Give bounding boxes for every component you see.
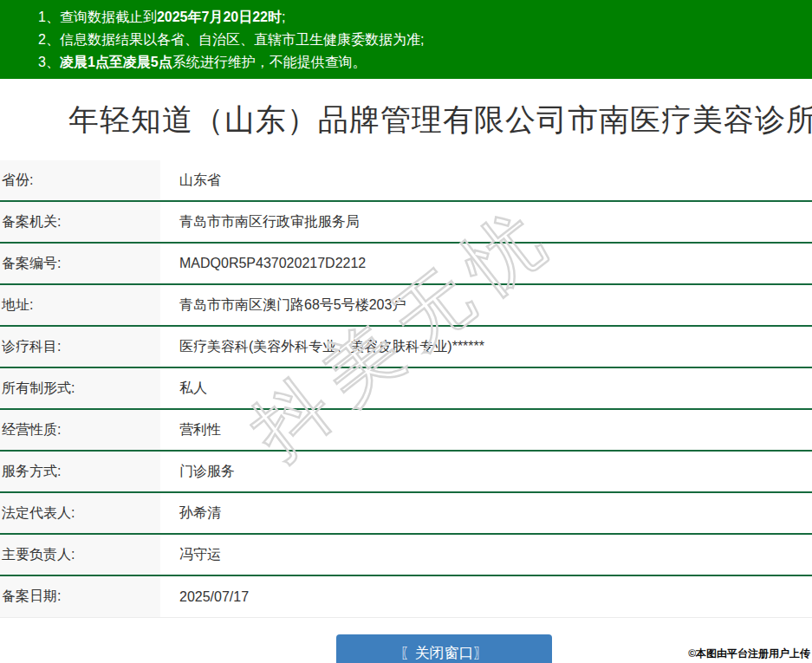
row-label: 备案编号: bbox=[0, 244, 160, 283]
row-label: 地址: bbox=[0, 285, 160, 325]
notice-text: 信息数据结果以各省、自治区、直辖市卫生健康委数据为准; bbox=[60, 32, 424, 47]
table-row: 所有制形式: 私人 bbox=[0, 368, 812, 410]
notice-text: 查询数据截止到 bbox=[60, 10, 157, 24]
close-window-button[interactable]: 〖关闭窗口〗 bbox=[336, 634, 552, 663]
row-value: 青岛市市南区行政审批服务局 bbox=[160, 202, 812, 242]
table-row: 服务方式: 门诊服务 bbox=[0, 452, 812, 493]
row-label: 诊疗科目: bbox=[0, 327, 160, 367]
row-label: 所有制形式: bbox=[0, 368, 160, 408]
row-label: 省份: bbox=[0, 160, 160, 200]
notice-line: 3、凌晨1点至凌晨5点系统进行维护，不能提供查询。 bbox=[38, 51, 803, 74]
notice-bold-text: 2025年7月20日22时 bbox=[157, 10, 282, 24]
row-value: MADQ0R5P437020217D2212 bbox=[160, 244, 812, 283]
row-label: 经营性质: bbox=[0, 410, 160, 450]
notice-number: 2、 bbox=[38, 32, 60, 47]
row-value: 私人 bbox=[160, 368, 812, 408]
row-label: 备案机关: bbox=[0, 202, 160, 242]
row-label: 法定代表人: bbox=[0, 493, 160, 533]
copyright-note: ©本图由平台注册用户上传 bbox=[688, 647, 810, 661]
notice-banner: 1、查询数据截止到2025年7月20日22时; 2、信息数据结果以各省、自治区、… bbox=[0, 0, 812, 79]
table-row: 备案编号: MADQ0R5P437020217D2212 bbox=[0, 244, 812, 285]
table-row: 备案日期: 2025/07/17 bbox=[0, 576, 812, 618]
table-row: 备案机关: 青岛市市南区行政审批服务局 bbox=[0, 202, 812, 244]
row-value: 门诊服务 bbox=[160, 452, 812, 491]
title-section: 年轻知道（山东）品牌管理有限公司市南医疗美容诊所 bbox=[0, 79, 812, 160]
row-value: 孙希清 bbox=[160, 493, 812, 533]
table-row: 诊疗科目: 医疗美容科(美容外科专业、美容皮肤科专业)****** bbox=[0, 327, 812, 368]
row-value: 冯守运 bbox=[160, 535, 812, 575]
notice-bold-text: 凌晨1点至凌晨5点 bbox=[60, 55, 172, 69]
row-label: 服务方式: bbox=[0, 452, 160, 491]
row-value: 营利性 bbox=[160, 410, 812, 450]
table-row: 省份: 山东省 bbox=[0, 160, 812, 202]
table-row: 主要负责人: 冯守运 bbox=[0, 535, 812, 576]
info-table: 省份: 山东省 备案机关: 青岛市市南区行政审批服务局 备案编号: MADQ0R… bbox=[0, 160, 812, 618]
row-label: 主要负责人: bbox=[0, 535, 160, 575]
notice-number: 3、 bbox=[38, 55, 60, 69]
notice-number: 1、 bbox=[38, 10, 60, 24]
row-value: 医疗美容科(美容外科专业、美容皮肤科专业)****** bbox=[160, 327, 812, 367]
row-value: 青岛市市南区澳门路68号5号楼203户 bbox=[160, 285, 812, 325]
row-label: 备案日期: bbox=[0, 576, 160, 617]
notice-line: 2、信息数据结果以各省、自治区、直辖市卫生健康委数据为准; bbox=[38, 29, 803, 51]
table-row: 经营性质: 营利性 bbox=[0, 410, 812, 452]
notice-text: ; bbox=[282, 10, 285, 24]
row-value: 2025/07/17 bbox=[160, 576, 812, 617]
notice-line: 1、查询数据截止到2025年7月20日22时; bbox=[38, 6, 803, 29]
page-title: 年轻知道（山东）品牌管理有限公司市南医疗美容诊所 bbox=[68, 100, 812, 140]
row-value: 山东省 bbox=[160, 160, 812, 200]
notice-text: 系统进行维护，不能提供查询。 bbox=[172, 55, 367, 69]
table-row: 法定代表人: 孙希清 bbox=[0, 493, 812, 535]
table-row: 地址: 青岛市市南区澳门路68号5号楼203户 bbox=[0, 285, 812, 327]
